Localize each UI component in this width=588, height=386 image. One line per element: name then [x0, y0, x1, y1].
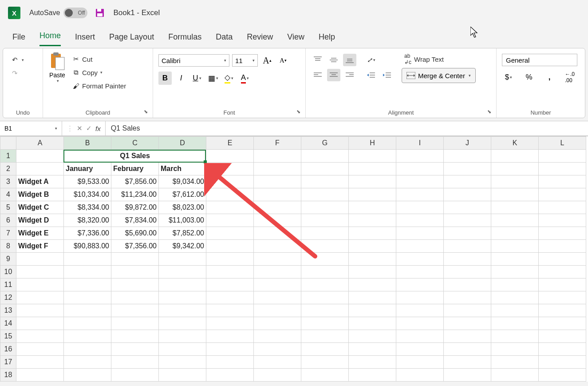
cell-D12[interactable] [159, 291, 206, 304]
cell-A3[interactable]: Widget A [16, 175, 64, 188]
cell-G15[interactable] [301, 330, 349, 343]
cell-G18[interactable] [301, 369, 349, 382]
tab-insert[interactable]: Insert [75, 32, 95, 46]
cell-J5[interactable] [444, 201, 491, 214]
enter-formula-button[interactable]: ✓ [86, 124, 92, 132]
cell-L5[interactable] [539, 201, 586, 214]
cell-K10[interactable] [491, 266, 539, 279]
cell-C6[interactable]: $7,834.00 [111, 214, 159, 227]
cell-A8[interactable]: Widget F [16, 240, 64, 253]
cell-D4[interactable]: $7,612.00 [159, 188, 206, 201]
row-header-13[interactable]: 13 [0, 304, 16, 317]
row-header-8[interactable]: 8 [0, 240, 16, 253]
cell-D2[interactable]: March [159, 163, 206, 175]
cell-K14[interactable] [491, 317, 539, 330]
tab-file[interactable]: File [12, 32, 25, 46]
cell-E12[interactable] [206, 291, 254, 304]
underline-button[interactable]: U▾ [190, 72, 204, 85]
cell-G14[interactable] [301, 317, 349, 330]
row-header-12[interactable]: 12 [0, 291, 16, 304]
cell-J4[interactable] [444, 188, 491, 201]
accounting-format-button[interactable]: $▾ [502, 71, 515, 84]
cell-G4[interactable] [301, 188, 349, 201]
font-dialog-launcher[interactable]: ⬊ [296, 109, 303, 115]
cell-C2[interactable]: February [111, 163, 159, 175]
cell-A4[interactable]: Widget B [16, 188, 64, 201]
cell-L6[interactable] [539, 214, 586, 227]
cell-D7[interactable]: $7,852.00 [159, 227, 206, 240]
cell-E6[interactable] [206, 214, 254, 227]
merge-center-button[interactable]: Merge & Center▾ [402, 68, 476, 83]
cell-B13[interactable] [64, 304, 111, 317]
cell-J8[interactable] [444, 240, 491, 253]
cell-B1-merged[interactable]: Q1 Sales [64, 150, 206, 163]
cell-I14[interactable] [396, 317, 444, 330]
cell-K3[interactable] [491, 175, 539, 188]
cell-E3[interactable] [206, 175, 254, 188]
col-header-C[interactable]: C [111, 137, 159, 150]
align-center-button[interactable] [327, 69, 340, 81]
row-header-14[interactable]: 14 [0, 317, 16, 330]
cell-B16[interactable] [64, 343, 111, 356]
cell-F7[interactable] [254, 227, 301, 240]
cell-J10[interactable] [444, 266, 491, 279]
cell-J9[interactable] [444, 253, 491, 266]
cell-A10[interactable] [16, 266, 64, 279]
cell-I1[interactable] [396, 150, 444, 163]
cancel-formula-button[interactable]: ✕ [77, 124, 83, 132]
row-header-2[interactable]: 2 [0, 163, 16, 175]
cell-F8[interactable] [254, 240, 301, 253]
cell-A13[interactable] [16, 304, 64, 317]
cell-G9[interactable] [301, 253, 349, 266]
cell-D14[interactable] [159, 317, 206, 330]
align-top-button[interactable] [311, 54, 324, 66]
comma-format-button[interactable]: , [543, 71, 556, 84]
cell-F6[interactable] [254, 214, 301, 227]
cell-D13[interactable] [159, 304, 206, 317]
fill-color-button[interactable]: ◇▾ [222, 72, 236, 85]
col-header-H[interactable]: H [349, 137, 396, 150]
row-header-15[interactable]: 15 [0, 330, 16, 343]
cell-B7[interactable]: $7,336.00 [64, 227, 111, 240]
cell-F2[interactable] [254, 163, 301, 175]
cell-K13[interactable] [491, 304, 539, 317]
cell-I17[interactable] [396, 356, 444, 369]
paste-button[interactable]: Paste ▾ [48, 52, 66, 83]
cell-D16[interactable] [159, 343, 206, 356]
cell-A2[interactable] [16, 163, 64, 175]
name-box[interactable]: B1▾ [0, 121, 62, 135]
cell-H15[interactable] [349, 330, 396, 343]
orientation-button[interactable]: ⤢▾ [364, 54, 378, 66]
row-header-17[interactable]: 17 [0, 356, 16, 369]
cell-L8[interactable] [539, 240, 586, 253]
cell-L1[interactable] [539, 150, 586, 163]
cell-C5[interactable]: $9,872.00 [111, 201, 159, 214]
cell-H12[interactable] [349, 291, 396, 304]
cell-F1[interactable] [254, 150, 301, 163]
cell-E10[interactable] [206, 266, 254, 279]
cell-F5[interactable] [254, 201, 301, 214]
cell-K16[interactable] [491, 343, 539, 356]
cell-L10[interactable] [539, 266, 586, 279]
cell-A7[interactable]: Widget E [16, 227, 64, 240]
row-header-5[interactable]: 5 [0, 201, 16, 214]
cell-L15[interactable] [539, 330, 586, 343]
cell-I3[interactable] [396, 175, 444, 188]
cell-G5[interactable] [301, 201, 349, 214]
cell-G7[interactable] [301, 227, 349, 240]
cell-E13[interactable] [206, 304, 254, 317]
row-header-6[interactable]: 6 [0, 214, 16, 227]
cell-J14[interactable] [444, 317, 491, 330]
formula-input[interactable]: Q1 Sales [106, 124, 588, 132]
cell-I8[interactable] [396, 240, 444, 253]
cell-I16[interactable] [396, 343, 444, 356]
cell-C18[interactable] [111, 369, 159, 382]
cell-D6[interactable]: $11,003.00 [159, 214, 206, 227]
cell-B8[interactable]: $90,883.00 [64, 240, 111, 253]
cell-C12[interactable] [111, 291, 159, 304]
cell-D17[interactable] [159, 356, 206, 369]
cell-E2[interactable] [206, 163, 254, 175]
format-painter-button[interactable]: 🖌Format Painter [70, 80, 128, 91]
wrap-text-button[interactable]: ab↲cWrap Text [402, 54, 476, 64]
cell-L2[interactable] [539, 163, 586, 175]
